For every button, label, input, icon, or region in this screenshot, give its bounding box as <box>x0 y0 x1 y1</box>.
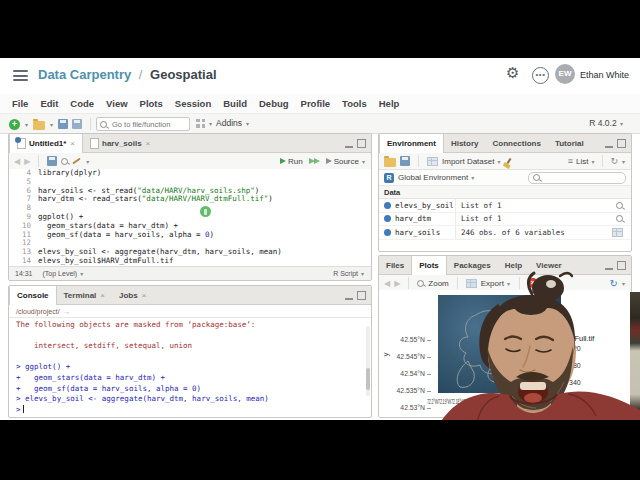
more-options-icon[interactable]: ••• <box>532 67 549 84</box>
minimize-pane-icon[interactable] <box>345 139 353 148</box>
view-table-icon[interactable] <box>612 228 623 237</box>
site-header: Data Carpentry / Geospatial ⚙ ••• EW Eth… <box>0 58 640 95</box>
maximize-pane-icon[interactable] <box>357 139 366 148</box>
tab-harv-soils[interactable]: harv_soils× <box>83 134 157 152</box>
source-icon <box>326 158 332 164</box>
refresh-icon[interactable]: ↻ <box>610 156 618 166</box>
env-object-row[interactable]: harv_soils 246 obs. of 6 variables <box>379 226 631 240</box>
divider <box>455 213 456 226</box>
menu-item-profile[interactable]: Profile <box>301 98 331 109</box>
tab-history[interactable]: History <box>444 134 486 152</box>
close-icon[interactable]: × <box>146 139 151 148</box>
env-object-row[interactable]: elevs_by_soil List of 1 <box>379 199 631 213</box>
menu-item-debug[interactable]: Debug <box>259 98 289 109</box>
rerun-button[interactable] <box>309 158 320 164</box>
save-icon[interactable] <box>58 119 68 129</box>
code-line: 14elevs_by_soil$HARV_dtmFull.tif <box>9 257 371 266</box>
environment-search-input[interactable] <box>543 173 617 182</box>
save-workspace-icon[interactable] <box>400 156 410 166</box>
tab-console[interactable]: Console <box>9 286 57 305</box>
close-icon[interactable]: × <box>142 291 147 300</box>
list-object-icon <box>384 215 391 222</box>
close-icon[interactable]: × <box>100 291 105 300</box>
minimize-pane-icon[interactable] <box>345 291 353 300</box>
goto-directory-icon[interactable]: → <box>64 308 71 315</box>
r-version-selector[interactable]: R 4.0.2 ▾ <box>589 118 624 128</box>
breadcrumb: Data Carpentry / Geospatial <box>38 67 217 82</box>
maximize-pane-icon[interactable] <box>617 139 626 148</box>
console-line: + geom_stars(data = harv_dtm) + <box>16 373 364 384</box>
save-icon[interactable] <box>47 156 57 166</box>
minimize-pane-icon[interactable] <box>605 139 613 148</box>
search-icon <box>533 174 540 181</box>
goto-file-input[interactable] <box>110 118 190 131</box>
find-replace-icon[interactable] <box>61 158 68 165</box>
import-dataset-button[interactable]: Import Dataset▾ <box>442 157 501 166</box>
settings-gear-icon[interactable]: ⚙ <box>506 64 519 82</box>
env-object-row[interactable]: harv_dtm List of 1 <box>379 213 631 227</box>
run-button[interactable]: Run <box>280 157 303 166</box>
new-file-icon[interactable]: + <box>9 119 20 130</box>
source-tabbar: Untitled1*× harv_soils× <box>9 134 371 153</box>
menu-item-tools[interactable]: Tools <box>342 98 367 109</box>
list-object-icon <box>384 229 391 236</box>
file-type-selector[interactable]: R Script ▾ <box>333 270 365 277</box>
tab-files[interactable]: Files <box>379 256 411 274</box>
console-line: + geom_sf(data = harv_soils, alpha = 0) <box>16 384 364 395</box>
scope-selector[interactable]: (Top Level) ▾ <box>43 270 85 277</box>
addins-button[interactable]: Addins <box>216 118 242 128</box>
cursor-highlight <box>200 206 211 217</box>
console-prompt[interactable]: > <box>16 405 364 416</box>
menu-item-file[interactable]: File <box>12 98 28 109</box>
menu-item-plots[interactable]: Plots <box>140 98 163 109</box>
console-output[interactable]: The following objects are masked from ‘p… <box>9 317 371 417</box>
chevron-down-icon[interactable]: ▾ <box>25 121 28 128</box>
inspect-object-icon[interactable] <box>616 202 623 209</box>
inspect-object-icon[interactable] <box>616 215 623 222</box>
file-icon <box>90 138 99 149</box>
scope-selector[interactable]: Global Environment▾ <box>398 173 475 182</box>
menu-item-code[interactable]: Code <box>70 98 94 109</box>
menu-item-view[interactable]: View <box>106 98 127 109</box>
tab-environment[interactable]: Environment <box>379 134 444 153</box>
menu-item-session[interactable]: Session <box>175 98 211 109</box>
addins-grid-icon[interactable] <box>196 119 205 128</box>
open-file-icon[interactable] <box>33 121 45 130</box>
menu-item-help[interactable]: Help <box>379 98 400 109</box>
maximize-pane-icon[interactable] <box>357 291 366 300</box>
tab-terminal[interactable]: Terminal× <box>57 286 112 304</box>
console-tabbar: Console Terminal× Jobs× <box>9 286 371 305</box>
clear-workspace-icon[interactable] <box>507 158 512 164</box>
code-editor[interactable]: 4library(dplyr) 5 6harv_soils <- st_read… <box>9 169 371 266</box>
video-frame: Data Carpentry / Geospatial ⚙ ••• EW Eth… <box>0 0 640 480</box>
close-icon[interactable]: × <box>70 139 75 148</box>
environment-search[interactable] <box>528 172 626 184</box>
letterbox-top <box>0 0 640 58</box>
divider <box>90 118 91 130</box>
forward-icon[interactable]: ▶ <box>24 157 30 166</box>
teeth <box>520 382 546 390</box>
rerun-icon <box>314 158 320 164</box>
hamburger-menu-icon[interactable] <box>13 70 28 81</box>
previous-plot-icon[interactable]: ◀ <box>384 279 390 288</box>
tab-jobs[interactable]: Jobs× <box>112 286 153 304</box>
menu-item-edit[interactable]: Edit <box>40 98 58 109</box>
divider <box>408 277 409 289</box>
console-scrollbar[interactable] <box>366 326 370 396</box>
tab-connections[interactable]: Connections <box>485 134 547 152</box>
save-all-icon[interactable] <box>72 119 82 129</box>
tab-untitled1[interactable]: Untitled1*× <box>9 134 83 153</box>
back-icon[interactable]: ◀ <box>14 157 20 166</box>
menu-item-build[interactable]: Build <box>223 98 247 109</box>
source-button[interactable]: Source▾ <box>326 157 366 166</box>
list-object-icon <box>384 202 391 209</box>
user-avatar[interactable]: EW <box>555 64 575 84</box>
chevron-down-icon[interactable]: ▾ <box>50 121 53 128</box>
breadcrumb-app-title[interactable]: Data Carpentry <box>38 67 131 82</box>
tab-tutorial[interactable]: Tutorial <box>548 134 591 152</box>
goto-file-search[interactable] <box>96 117 190 131</box>
view-mode-button[interactable]: List▾ <box>576 157 595 166</box>
load-workspace-icon[interactable] <box>384 158 396 167</box>
code-tools-icon[interactable] <box>73 158 82 165</box>
next-plot-icon[interactable]: ▶ <box>394 279 400 288</box>
